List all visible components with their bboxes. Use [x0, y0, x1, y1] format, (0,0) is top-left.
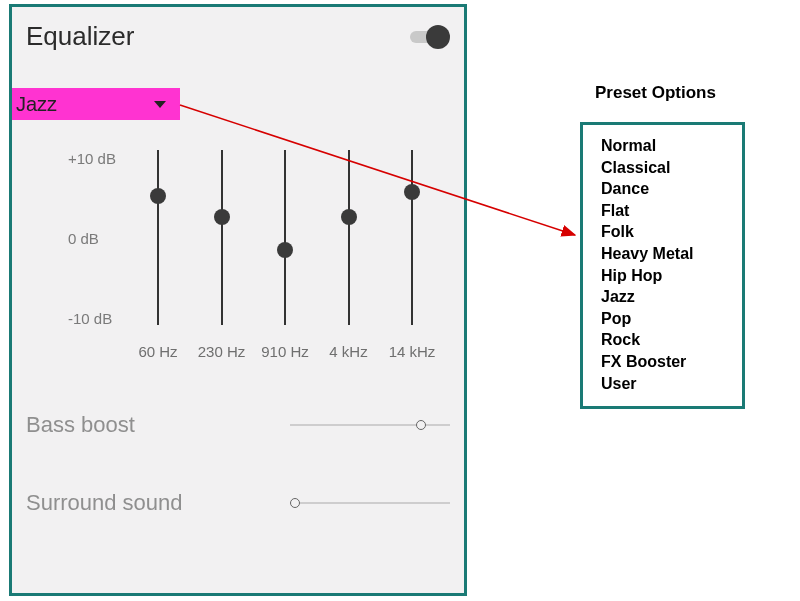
slider-thumb[interactable]: [150, 188, 166, 204]
slider-thumb[interactable]: [214, 209, 230, 225]
axis-top-label: +10 dB: [68, 150, 116, 167]
band-slider[interactable]: 230 Hz: [194, 150, 250, 370]
preset-option: Normal: [601, 135, 728, 157]
preset-option: Dance: [601, 178, 728, 200]
preset-option: Classical: [601, 157, 728, 179]
preset-option: FX Booster: [601, 351, 728, 373]
band-slider[interactable]: 60 Hz: [130, 150, 186, 370]
slider-track: [290, 503, 450, 504]
slider-thumb[interactable]: [277, 242, 293, 258]
bass-boost-slider[interactable]: [290, 418, 450, 432]
axis-bottom-label: -10 dB: [68, 310, 112, 327]
chevron-down-icon: [154, 101, 166, 108]
freq-label: 14 kHz: [389, 343, 436, 360]
freq-label: 60 Hz: [138, 343, 177, 360]
axis-mid-label: 0 dB: [68, 230, 99, 247]
toggle-knob: [426, 25, 450, 49]
preset-dropdown[interactable]: Jazz: [12, 88, 180, 120]
page-title: Equalizer: [26, 21, 134, 52]
slider-row: 60 Hz 230 Hz 910 Hz 4 kHz: [130, 150, 440, 370]
preset-option: Folk: [601, 221, 728, 243]
surround-sound-label: Surround sound: [26, 490, 183, 516]
equalizer-toggle[interactable]: [408, 25, 450, 49]
equalizer-panel: Equalizer Jazz +10 dB 0 dB -10 dB 60 Hz: [9, 4, 467, 596]
preset-options-box: Normal Classical Dance Flat Folk Heavy M…: [580, 122, 745, 409]
band-slider[interactable]: 4 kHz: [321, 150, 377, 370]
band-slider[interactable]: 14 kHz: [384, 150, 440, 370]
slider-track: [284, 150, 286, 325]
bass-boost-row: Bass boost: [12, 390, 464, 460]
slider-track: [157, 150, 159, 325]
freq-label: 230 Hz: [198, 343, 246, 360]
header: Equalizer: [12, 7, 464, 60]
surround-sound-slider[interactable]: [290, 496, 450, 510]
slider-track: [348, 150, 350, 325]
preset-option: User: [601, 373, 728, 395]
slider-thumb[interactable]: [404, 184, 420, 200]
slider-thumb[interactable]: [341, 209, 357, 225]
surround-sound-row: Surround sound: [12, 460, 464, 538]
equalizer-bands: +10 dB 0 dB -10 dB 60 Hz 230 Hz 910 Hz: [12, 140, 464, 390]
preset-option: Rock: [601, 329, 728, 351]
preset-option: Pop: [601, 308, 728, 330]
preset-option: Flat: [601, 200, 728, 222]
slider-track: [221, 150, 223, 325]
freq-label: 910 Hz: [261, 343, 309, 360]
preset-option: Heavy Metal: [601, 243, 728, 265]
slider-track: [411, 150, 413, 325]
preset-selected-label: Jazz: [16, 93, 57, 116]
preset-option: Hip Hop: [601, 265, 728, 287]
slider-thumb[interactable]: [290, 498, 300, 508]
freq-label: 4 kHz: [329, 343, 367, 360]
band-slider[interactable]: 910 Hz: [257, 150, 313, 370]
preset-option: Jazz: [601, 286, 728, 308]
preset-options-heading: Preset Options: [595, 83, 716, 103]
bass-boost-label: Bass boost: [26, 412, 135, 438]
slider-thumb[interactable]: [416, 420, 426, 430]
